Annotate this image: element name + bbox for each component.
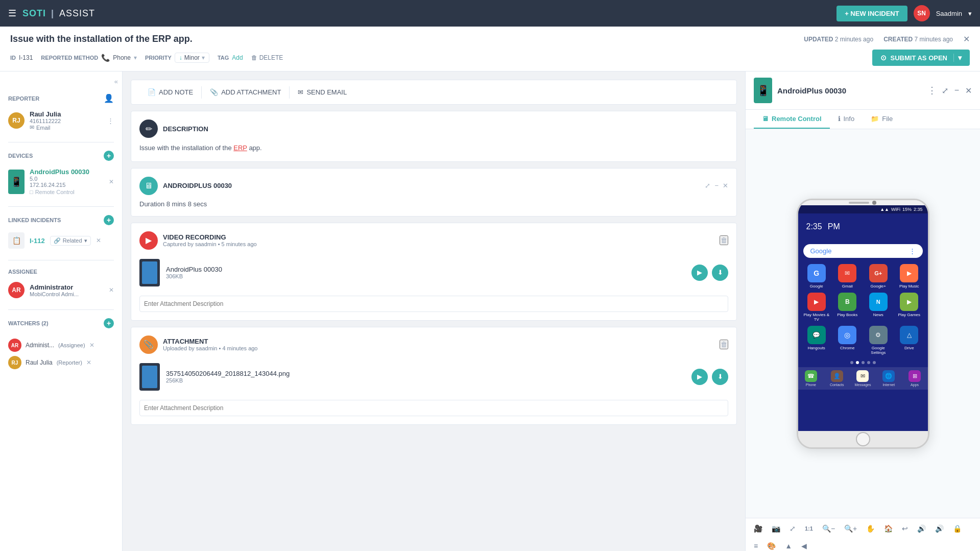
erp-link[interactable]: ERP: [233, 144, 247, 152]
dock-apps[interactable]: ⊞ Apps: [906, 370, 923, 387]
devices-header: DEVICES +: [8, 151, 114, 161]
attachment-description-input[interactable]: [139, 400, 728, 416]
remove-linked-button[interactable]: ✕: [96, 237, 101, 244]
toolbar-zoom-in-button[interactable]: 🔍+: [842, 522, 859, 535]
toolbar-up-button[interactable]: ▲: [783, 540, 794, 551]
video-download-button[interactable]: ⬇: [712, 265, 728, 281]
tab-remote-control[interactable]: 🖥 Remote Control: [754, 110, 830, 129]
submit-as-open-button[interactable]: ⊙ SUBMIT AS OPEN ▾: [872, 50, 970, 66]
toolbar-back2-button[interactable]: ◀: [799, 540, 809, 551]
send-email-button[interactable]: ✉ SEND EMAIL: [290, 85, 355, 99]
app-play-games[interactable]: ▶ Play Games: [896, 293, 923, 322]
toolbar-camera-button[interactable]: 📷: [770, 522, 782, 535]
toolbar-ratio-button[interactable]: 1:1: [803, 523, 815, 534]
video-title: VIDEO RECORDING: [163, 233, 257, 241]
app-play-music[interactable]: ▶ Play Music: [896, 264, 923, 289]
toolbar-palette-button[interactable]: 🎨: [765, 540, 778, 551]
device-name[interactable]: AndroidPlus 00030: [30, 168, 104, 176]
action-bar: 📄 ADD NOTE 📎 ADD ATTACHMENT ✉ SEND EMAIL: [131, 80, 737, 105]
user-dropdown-icon[interactable]: ▾: [968, 10, 972, 17]
reporter-avatar: RJ: [8, 112, 25, 129]
remove-watcher1-button[interactable]: ✕: [89, 342, 94, 349]
remove-assignee-button[interactable]: ✕: [109, 286, 114, 294]
dock-phone[interactable]: ☎ Phone: [803, 370, 819, 387]
toolbar-fullscreen-button[interactable]: ⤢: [787, 522, 798, 535]
phone-home-button[interactable]: [856, 432, 870, 446]
assignee-name: Administrator: [30, 283, 104, 291]
tab-file[interactable]: 📁 File: [863, 110, 901, 129]
sidebar-collapse-button[interactable]: «: [0, 78, 122, 89]
toolbar-home-button[interactable]: 🏠: [882, 522, 895, 535]
reporter-more-button[interactable]: ⋮: [107, 117, 114, 125]
add-linked-button[interactable]: +: [104, 215, 114, 225]
app-gmail[interactable]: ✉ Gmail: [834, 264, 861, 289]
app-google-plus[interactable]: G+ Google+: [865, 264, 892, 289]
toolbar-video-button[interactable]: 🎥: [752, 522, 764, 535]
attachment-thumb: [139, 363, 160, 391]
device-panel-icon: 📱: [754, 78, 772, 103]
app-play-books[interactable]: B Play Books: [834, 293, 861, 322]
toolbar-hand-button[interactable]: ✋: [864, 522, 877, 535]
submit-dropdown-arrow[interactable]: ▾: [953, 54, 962, 62]
hamburger-menu[interactable]: ☰: [8, 8, 16, 19]
device-item: 📱 AndroidPlus 00030 5.0 172.16.24.215 □ …: [8, 165, 114, 198]
dock-internet[interactable]: 🌐 Internet: [880, 370, 897, 387]
session-close-button[interactable]: ✕: [723, 182, 728, 189]
toolbar-zoom-out-button[interactable]: 🔍−: [820, 522, 837, 535]
dock-contacts[interactable]: 👤 Contacts: [829, 370, 845, 387]
add-device-button[interactable]: +: [104, 151, 114, 161]
add-attachment-button[interactable]: 📎 ADD ATTACHMENT: [202, 85, 289, 99]
add-note-button[interactable]: 📄 ADD NOTE: [139, 85, 201, 99]
video-description-input[interactable]: [139, 296, 728, 312]
remove-watcher2-button[interactable]: ✕: [86, 359, 91, 366]
phone-home-bar: [798, 431, 928, 447]
video-delete-button[interactable]: 🗑: [720, 235, 728, 245]
watcher1-name: Administ...: [26, 342, 54, 349]
app-play-movies[interactable]: ▶ Play Movies & TV: [803, 293, 830, 322]
app-news[interactable]: N News: [865, 293, 892, 322]
brand-logo: SOTI | ASSIST: [22, 8, 95, 19]
priority-dropdown[interactable]: ↓ Minor ▾: [175, 53, 209, 63]
watchers-section: WATCHERS (2) +: [0, 314, 122, 337]
session-minimize-button[interactable]: −: [714, 182, 719, 189]
reporter-add-icon[interactable]: 👤: [104, 93, 114, 103]
add-watcher-button[interactable]: +: [104, 318, 114, 328]
app-google-settings[interactable]: ⚙ Google Settings: [865, 326, 892, 355]
app-chrome[interactable]: ◎ Chrome: [834, 326, 861, 355]
app-hangouts[interactable]: 💬 Hangouts: [803, 326, 830, 355]
google-search-bar[interactable]: Google ⋮: [803, 244, 923, 258]
watcher-item-1: AR Administ... (Assignee) ✕: [0, 337, 122, 354]
linked-id[interactable]: I-112: [30, 237, 45, 245]
close-incident-button[interactable]: ✕: [963, 34, 970, 44]
phone-mockup: ▲▲ WiFi 15% 2:35 2:35 PM Google ⋮: [797, 199, 929, 449]
device-expand-button[interactable]: ⤢: [942, 86, 948, 95]
device-close-button[interactable]: ✕: [965, 86, 972, 95]
device-more-options[interactable]: ⋮: [927, 85, 937, 96]
toolbar-volume-button[interactable]: 🔊: [915, 522, 928, 535]
video-play-button[interactable]: ▶: [691, 265, 708, 281]
related-badge[interactable]: 🔗 Related ▾: [50, 236, 91, 246]
video-size: 306KB: [166, 273, 685, 279]
delete-button[interactable]: 🗑 DELETE: [251, 54, 283, 61]
tag-add-button[interactable]: Add: [232, 54, 243, 61]
dock-messages[interactable]: ✉ Messages: [854, 370, 871, 387]
toolbar-menu-button[interactable]: ≡: [752, 540, 760, 551]
attachment-play-button[interactable]: ▶: [691, 369, 708, 385]
toolbar-sound-button[interactable]: 🔊: [933, 522, 946, 535]
attachment-size: 256KB: [166, 377, 685, 384]
device-minimize-button[interactable]: −: [954, 86, 959, 95]
remove-device-button[interactable]: ✕: [109, 178, 114, 185]
phone-status-bar: ▲▲ WiFi 15% 2:35: [798, 205, 928, 213]
field-id: ID I-131: [10, 54, 33, 61]
toolbar-lock-button[interactable]: 🔒: [951, 522, 964, 535]
toolbar-back-button[interactable]: ↩: [900, 522, 910, 535]
tab-info[interactable]: ℹ Info: [830, 110, 863, 129]
attachment-download-button[interactable]: ⬇: [712, 369, 728, 385]
session-card: 🖥 AndroidPlus 00030 ⤢ − ✕ Duration 8 min…: [131, 168, 737, 217]
session-expand-button[interactable]: ⤢: [705, 182, 710, 189]
reported-method-dropdown[interactable]: ▾: [134, 54, 137, 61]
app-google[interactable]: G Google: [803, 264, 830, 289]
new-incident-button[interactable]: + NEW INCIDENT: [836, 6, 907, 21]
app-drive[interactable]: △ Drive: [896, 326, 923, 355]
attachment-delete-button[interactable]: 🗑: [720, 340, 728, 349]
